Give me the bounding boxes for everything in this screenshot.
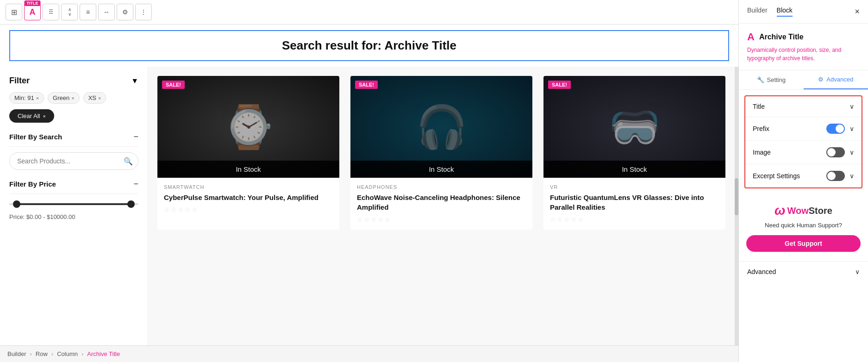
breadcrumb-column[interactable]: Column [57,350,78,357]
prefix-toggle[interactable] [826,124,845,134]
align-icon: ≡ [86,8,90,16]
filter-tag-label: Green [53,94,69,101]
clear-all-button[interactable]: Clear All × [9,109,54,123]
get-support-label: Get Support [785,240,822,247]
clear-all-label: Clear All [18,112,40,119]
move-icon: ∧∨ [68,7,71,17]
more-button[interactable]: ⋮ [135,4,152,20]
settings-row-prefix: Prefix ∨ [745,117,862,141]
move-button[interactable]: ∧∨ [61,4,78,20]
width-button[interactable]: ↔ [98,4,115,20]
image-controls: ∨ [826,147,854,157]
archive-title-icon: A [747,31,755,43]
drag-button[interactable]: ⠿ [43,4,59,20]
filter-tag-green[interactable]: Green × [48,92,80,104]
wowstore-promo: ω WowStore Need quick Human Support? Get… [739,194,868,262]
scrollbar-thumb[interactable] [735,178,738,215]
product-info-headphones: HEADPHONES EchoWave Noise-Canceling Head… [350,178,532,230]
more-icon: ⋮ [140,8,147,16]
filter-tag-label: Min: 91 [14,94,34,101]
search-result-title: Search result for: Archive Title [19,38,719,53]
subtab-setting[interactable]: 🔧 Setting [739,70,804,89]
advanced-label: Advanced [747,268,776,275]
filter-tag-xs[interactable]: XS × [83,92,106,104]
star-icon: ☆ [378,216,384,223]
collapse-price-icon[interactable]: − [133,179,138,189]
product-stars: ☆ ☆ ☆ ☆ ☆ [550,216,719,223]
filter-price-title: Filter By Price [9,180,56,188]
settings-section: Title ∨ Prefix ∨ Image ∨ [744,95,862,188]
image-chevron[interactable]: ∨ [849,149,854,156]
filter-sidebar: Filter ▼ Min: 91 × Green × XS × Clear Al [0,67,148,345]
product-category: VR [550,184,719,190]
product-card-headphones[interactable]: SALE! 🎧 In Stock HEADPHONES EchoWave Noi… [350,76,532,230]
stock-badge-smartwatch: In Stock [157,161,339,178]
search-input[interactable] [9,152,138,170]
drag-icon: ⠿ [49,8,53,16]
gear-icon: ⚙ [122,8,128,16]
product-card-smartwatch[interactable]: SALE! ⌚ In Stock SMARTWATCH CyberPulse S… [157,76,339,230]
tab-builder[interactable]: Builder [747,6,768,17]
filter-price-header: Filter By Price − [9,179,138,194]
product-image-smartwatch: SALE! ⌚ In Stock [157,76,339,178]
price-range: Price: $0.00 - $10000.00 [9,200,138,220]
search-input-wrap: 🔍 [9,152,138,170]
filter-by-search: Filter By Search − 🔍 [9,132,138,170]
excerpt-chevron[interactable]: ∨ [849,172,854,180]
sale-badge: SALE! [355,81,378,89]
title-controls: ∨ [849,103,854,110]
subtab-setting-label: Setting [767,76,786,83]
image-toggle[interactable] [826,147,845,157]
columns-button[interactable]: ⊞ [6,4,22,20]
subtab-advanced[interactable]: ⚙ Advanced [804,70,868,89]
content-area: Filter ▼ Min: 91 × Green × XS × Clear Al [0,67,738,345]
tab-block[interactable]: Block [777,6,793,17]
star-icon: ☆ [564,216,570,223]
title-chevron[interactable]: ∨ [849,103,854,110]
filter-title: Filter ▼ [9,76,138,86]
excerpt-toggle[interactable] [826,171,845,181]
right-panel: Builder Block × A Archive Title Dynamica… [738,0,868,362]
products-grid: SALE! ⌚ In Stock SMARTWATCH CyberPulse S… [157,76,725,230]
tab-builder-label: Builder [747,6,768,14]
price-min-handle[interactable] [13,200,20,208]
product-name: EchoWave Noise-Canceling Headphones: Sil… [357,193,526,212]
prefix-controls: ∨ [826,124,854,134]
panel-close-button[interactable]: × [855,7,860,17]
product-image-vr: SALE! 🥽 In Stock [543,76,725,178]
prefix-chevron[interactable]: ∨ [849,125,854,132]
breadcrumb-row[interactable]: Row [36,350,48,357]
star-icon: ☆ [571,216,577,223]
filter-tag-remove[interactable]: × [71,95,74,101]
product-card-vr[interactable]: SALE! 🥽 In Stock VR Futuristic QuantumLe… [543,76,725,230]
filter-tag-min[interactable]: Min: 91 × [9,92,44,104]
star-icon: ☆ [364,216,370,223]
settings-button[interactable]: ⚙ [117,4,133,20]
price-max-handle[interactable] [127,200,135,208]
prefix-setting-label: Prefix [753,125,769,132]
filter-tags: Min: 91 × Green × XS × [9,92,138,104]
advanced-section[interactable]: Advanced ∨ [739,262,868,282]
filter-tag-label: XS [88,94,96,101]
breadcrumb-archive-title[interactable]: Archive Title [87,350,120,357]
toggle-knob [827,172,836,180]
star-icon: ☆ [164,206,170,213]
breadcrumb-builder[interactable]: Builder [7,350,26,357]
settings-row-excerpt: Excerpt Settings ∨ [745,164,862,187]
panel-subtabs: 🔧 Setting ⚙ Advanced [739,70,868,90]
wowstore-w-icon: ω [774,203,785,218]
price-text: Price: $0.00 - $10000.00 [9,213,138,220]
vertical-scrollbar[interactable] [735,67,738,345]
excerpt-controls: ∨ [826,171,854,181]
advanced-chevron[interactable]: ∨ [855,268,860,275]
product-stars: ☆ ☆ ☆ ☆ ☆ [164,206,333,213]
collapse-search-icon[interactable]: − [133,132,138,142]
filter-tag-remove[interactable]: × [36,95,39,101]
get-support-button[interactable]: Get Support [746,235,861,252]
toggle-knob [827,148,836,156]
filter-tag-remove[interactable]: × [98,95,101,101]
align-button[interactable]: ≡ [80,4,96,20]
advanced-gear-icon: ⚙ [818,76,824,83]
typography-button[interactable]: TITLE A [24,4,41,20]
clear-all-icon: × [43,113,45,119]
